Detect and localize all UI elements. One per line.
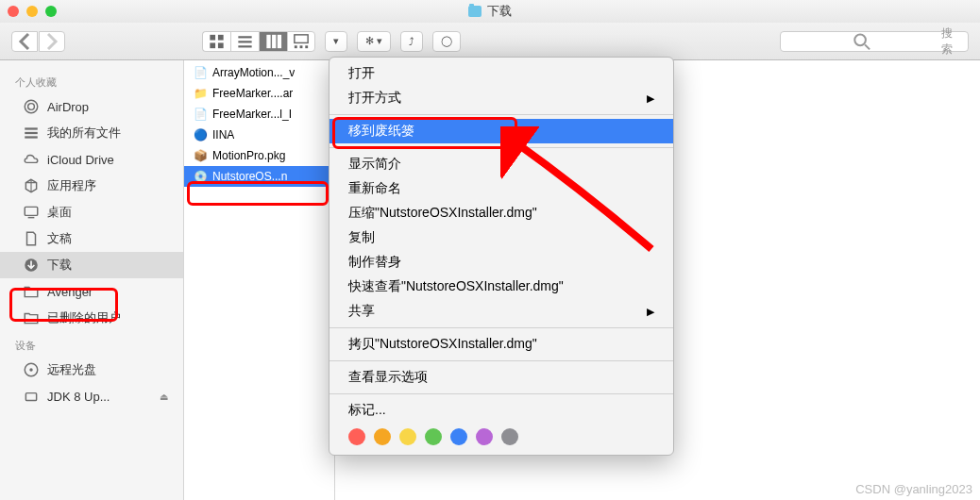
svg-point-16 <box>25 100 38 113</box>
menu-separator <box>329 360 673 361</box>
folder-icon <box>468 6 482 17</box>
sidebar-item-apps[interactable]: 应用程序 <box>0 173 183 199</box>
titlebar: 下载 <box>0 0 980 23</box>
sidebar-item-remote-disc[interactable]: 远程光盘 <box>0 357 183 383</box>
menu-quick-look[interactable]: 快速查看"NutstoreOSXInstaller.dmg" <box>329 275 673 299</box>
forward-button[interactable] <box>39 31 65 52</box>
svg-rect-10 <box>295 34 308 42</box>
menu-open[interactable]: 打开 <box>329 61 673 86</box>
sidebar-item-downloads[interactable]: 下载 <box>0 252 183 278</box>
menu-rename[interactable]: 重新命名 <box>329 176 673 201</box>
menu-open-with[interactable]: 打开方式▶ <box>329 86 673 110</box>
sidebar-item-allfiles[interactable]: 我的所有文件 <box>0 120 183 146</box>
tag-red[interactable] <box>348 428 365 445</box>
menu-show-view-options[interactable]: 查看显示选项 <box>329 365 673 390</box>
sidebar-item-desktop[interactable]: 桌面 <box>0 199 183 225</box>
minimize-button[interactable] <box>26 6 38 17</box>
window-title-text: 下载 <box>487 3 512 20</box>
file-item[interactable]: 📁FreeMarker....ar <box>184 83 334 104</box>
file-item[interactable]: 📄FreeMarker...l_I <box>184 104 334 125</box>
menu-copy[interactable]: 拷贝"NutstoreOSXInstaller.dmg" <box>329 332 673 357</box>
zoom-button[interactable] <box>45 6 57 17</box>
arrange-button[interactable]: ▾ <box>325 31 347 52</box>
menu-separator <box>329 114 673 115</box>
airdrop-icon <box>23 98 40 115</box>
file-icon: 📄 <box>194 66 207 79</box>
folder-icon: 📁 <box>194 87 207 100</box>
menu-compress[interactable]: 压缩"NutstoreOSXInstaller.dmg" <box>329 201 673 225</box>
menu-get-info[interactable]: 显示简介 <box>329 152 673 176</box>
tag-yellow[interactable] <box>399 428 416 445</box>
svg-rect-8 <box>272 34 276 47</box>
svg-point-14 <box>854 34 866 45</box>
view-mode-buttons <box>202 31 315 52</box>
tags-button[interactable]: ◯ <box>432 31 461 52</box>
column-view-button[interactable] <box>259 31 287 52</box>
file-item[interactable]: 📄ArrayMotion..._v <box>184 62 334 83</box>
svg-rect-0 <box>210 34 215 40</box>
chevron-right-icon: ▶ <box>647 92 654 105</box>
file-item[interactable]: 🔵IINA <box>184 125 334 145</box>
sidebar-item-avenger[interactable]: Avenger <box>0 278 183 305</box>
svg-rect-4 <box>238 36 251 38</box>
tag-green[interactable] <box>425 428 442 445</box>
sidebar-item-jdk[interactable]: JDK 8 Up...⏏ <box>0 383 183 409</box>
svg-line-15 <box>865 44 870 49</box>
sidebar-item-airdrop[interactable]: AirDrop <box>0 93 183 120</box>
share-button[interactable]: ⤴ <box>400 31 423 52</box>
chevron-right-icon <box>40 32 64 51</box>
search-icon <box>788 32 936 51</box>
search-placeholder: 搜索 <box>941 25 961 58</box>
eject-icon[interactable]: ⏏ <box>160 392 168 402</box>
icon-view-button[interactable] <box>202 31 230 52</box>
menu-separator <box>329 147 673 148</box>
remote-disc-icon <box>23 361 40 378</box>
menu-tags-row <box>329 423 673 451</box>
allfiles-icon <box>23 125 40 142</box>
menu-share[interactable]: 共享▶ <box>329 299 673 324</box>
svg-rect-26 <box>25 393 36 401</box>
tag-orange[interactable] <box>374 428 391 445</box>
search-input[interactable]: 搜索 <box>780 31 969 52</box>
svg-rect-18 <box>25 127 38 129</box>
app-icon: 🔵 <box>194 128 207 142</box>
svg-rect-20 <box>25 136 38 138</box>
svg-rect-19 <box>25 132 38 134</box>
sidebar-item-docs[interactable]: 文稿 <box>0 225 183 252</box>
dmg-icon: 💿 <box>194 170 207 183</box>
sidebar-item-deleted-users[interactable]: 已删除的用户 <box>0 305 183 331</box>
svg-rect-2 <box>210 42 215 48</box>
svg-rect-3 <box>218 42 224 48</box>
tag-blue[interactable] <box>450 428 467 445</box>
menu-move-to-trash[interactable]: 移到废纸篓 <box>329 119 673 143</box>
svg-rect-21 <box>25 207 38 215</box>
menu-tags-label: 标记... <box>329 398 673 423</box>
chevron-left-icon <box>12 32 37 51</box>
tag-gray[interactable] <box>501 428 518 445</box>
favorites-header: 个人收藏 <box>0 72 183 93</box>
apps-icon <box>23 177 40 194</box>
docs-icon <box>23 230 40 247</box>
chevron-right-icon: ▶ <box>647 306 654 318</box>
menu-make-alias[interactable]: 制作替身 <box>329 250 673 275</box>
svg-rect-6 <box>238 45 251 47</box>
svg-rect-11 <box>295 45 297 48</box>
list-view-button[interactable] <box>230 31 259 52</box>
svg-rect-9 <box>278 34 281 47</box>
external-disk-icon <box>23 388 40 405</box>
action-button[interactable]: ✻ ▾ <box>357 31 391 52</box>
menu-separator <box>329 327 673 328</box>
file-item-selected[interactable]: 💿NutstoreOS...n <box>184 166 334 187</box>
file-item[interactable]: 📦MotionPro.pkg <box>184 145 334 166</box>
nav-buttons <box>11 31 65 52</box>
sidebar-item-icloud[interactable]: iCloud Drive <box>0 146 183 173</box>
watermark: CSDN @yanling2023 <box>855 482 972 496</box>
gallery-view-button[interactable] <box>287 31 315 52</box>
menu-duplicate[interactable]: 复制 <box>329 225 673 250</box>
tag-purple[interactable] <box>476 428 493 445</box>
icloud-icon <box>23 151 40 168</box>
folder-icon <box>23 309 40 326</box>
downloads-icon <box>23 257 40 274</box>
close-button[interactable] <box>8 6 19 17</box>
back-button[interactable] <box>11 31 38 52</box>
